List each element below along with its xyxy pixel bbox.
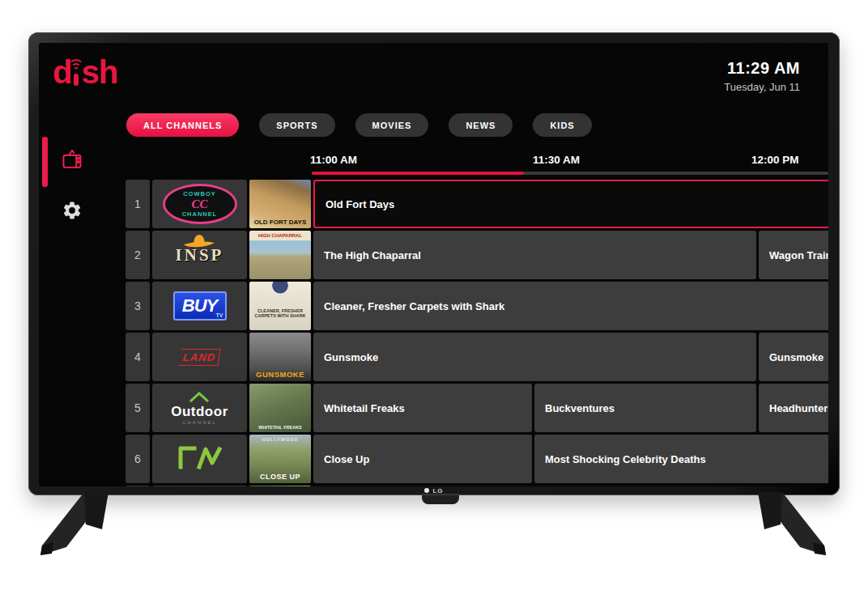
channel-number: 2 (126, 231, 150, 279)
settings-icon (62, 200, 83, 221)
category-filters: ALL CHANNELSSPORTSMOVIESNEWSKIDS (126, 113, 592, 137)
program-cell[interactable]: Close Up (313, 435, 532, 483)
tv-land-logo: TVLAND (178, 349, 220, 366)
power-led (424, 488, 429, 493)
program-thumbnail: CLEANER, FRESHER CARPETS WITH SHARK (249, 282, 311, 330)
current-date: Tuesday, Jun 11 (724, 81, 800, 93)
tv-ir-sensor (422, 494, 459, 504)
channel-logo-cell[interactable]: COWBOYCCCHANNEL (152, 180, 247, 228)
filter-pill-kids[interactable]: KIDS (533, 113, 591, 137)
insp-logo: INSP (176, 245, 224, 265)
channel-number: 1 (126, 180, 150, 228)
guide-row: 4TVLANDGUNSMOKEGunsmokeGunsmoke (126, 333, 828, 381)
thumbnail-caption: GUNSMOKE (249, 370, 311, 379)
clock: 11:29 AM Tuesday, Jun 11 (724, 59, 800, 93)
channel-number: 5 (126, 384, 150, 432)
program-cells: Whitetail FreaksBuckventuresHeadhunters (313, 384, 828, 432)
guide-screen: d sh 11:29 AM Tuesday, Jun 11 ALL CHANNE… (39, 43, 828, 486)
channel-number: 3 (126, 282, 150, 330)
channel-logo-cell[interactable]: TVLAND (152, 333, 247, 381)
filter-pill-news[interactable]: NEWS (449, 113, 513, 137)
thumbnail-caption: CLEANER, FRESHER CARPETS WITH SHARK (251, 308, 309, 318)
guide-row: 1COWBOYCCCHANNELOLD FORT DAYSOld Fort Da… (126, 180, 828, 228)
filter-pill-movies[interactable]: MOVIES (355, 113, 429, 137)
sidebar-item-settings[interactable] (60, 198, 84, 223)
tv-stand-left-leg (34, 492, 123, 561)
thumbnail-caption: HOLLYWOOD (249, 437, 311, 442)
program-cells: Cleaner, Fresher Carpets with Shark (313, 282, 828, 330)
outdoor-channel-logo: OutdoorCHANNEL (171, 392, 228, 425)
program-cell[interactable]: Whitetail Freaks (313, 384, 532, 432)
guide-row: 6HOLLYWOODCLOSE UPClose UpMost Shocking … (126, 435, 828, 483)
program-thumbnail: GUNSMOKE (249, 333, 311, 381)
program-cell[interactable]: Wagon Train (759, 231, 828, 279)
fm-channel-logo (175, 445, 225, 473)
dish-signal-icon (71, 57, 81, 87)
program-cells: The High ChaparralWagon Train (313, 231, 828, 279)
timeline: 11:00 AM 11:30 AM 12:00 PM (39, 154, 828, 178)
thumbnail-caption: CLOSE UP (249, 473, 311, 481)
dish-logo-letter: d (53, 57, 71, 87)
program-cell-selected[interactable]: Old Fort Days (313, 180, 828, 228)
program-cell[interactable]: Gunsmoke (759, 333, 828, 381)
program-cell[interactable]: Gunsmoke (313, 333, 756, 381)
tv-frame: d sh 11:29 AM Tuesday, Jun 11 ALL CHANNE… (28, 32, 840, 495)
buy-tv-logo: BUYTV (173, 291, 227, 320)
channel-logo-cell[interactable]: BUYTV (152, 282, 247, 330)
dish-logo: d sh (53, 57, 117, 87)
program-thumbnail: HIGH CHAPARRAL (249, 231, 311, 279)
time-progress-fill (312, 172, 524, 175)
time-slot-label: 11:00 AM (310, 154, 357, 166)
guide-row: 3BUYTVCLEANER, FRESHER CARPETS WITH SHAR… (126, 282, 828, 330)
tv-stand-right-leg (743, 492, 832, 561)
channel-logo-cell[interactable]: OutdoorCHANNEL (152, 384, 247, 432)
guide-row: 5OutdoorCHANNELWHITETAIL FREAKSWhitetail… (126, 384, 828, 432)
program-thumbnail: WHITETAIL FREAKS (249, 384, 311, 432)
program-cells: Old Fort Days (313, 180, 828, 228)
cowboy-channel-logo: COWBOYCCCHANNEL (163, 184, 237, 224)
channel-logo-cell[interactable] (152, 435, 247, 483)
channel-number: 6 (126, 435, 150, 483)
program-cells: GunsmokeGunsmoke (313, 333, 828, 381)
program-thumbnail: OLD FORT DAYS (249, 180, 311, 228)
thumbnail-caption: WHITETAIL FREAKS (249, 425, 311, 430)
current-time: 11:29 AM (724, 59, 800, 78)
thumbnail-caption: OLD FORT DAYS (249, 219, 311, 226)
channel-number: 4 (126, 333, 150, 381)
program-cell[interactable]: Headhunters (759, 384, 828, 432)
time-progress-track (312, 172, 828, 175)
guide-row: 2INSPHIGH CHAPARRALThe High ChaparralWag… (126, 231, 828, 279)
time-slot-label: 12:00 PM (751, 154, 799, 166)
program-cell[interactable]: Most Shocking Celebrity Deaths (534, 435, 828, 483)
program-cell[interactable]: Cleaner, Fresher Carpets with Shark (313, 282, 828, 330)
dish-logo-letters: sh (81, 57, 117, 87)
program-cells: Close UpMost Shocking Celebrity Deaths (313, 435, 828, 483)
channel-logo-cell[interactable]: INSP (152, 231, 247, 279)
program-thumbnail: HOLLYWOODCLOSE UP (249, 435, 311, 483)
program-cell[interactable]: The High Chaparral (313, 231, 756, 279)
time-slot-label: 11:30 AM (533, 154, 580, 166)
filter-pill-all-channels[interactable]: ALL CHANNELS (126, 113, 239, 137)
guide-rows: 1COWBOYCCCHANNELOLD FORT DAYSOld Fort Da… (126, 180, 828, 486)
program-cell[interactable]: Buckventures (534, 384, 756, 432)
filter-pill-sports[interactable]: SPORTS (259, 113, 334, 137)
thumbnail-caption: HIGH CHAPARRAL (249, 233, 311, 238)
